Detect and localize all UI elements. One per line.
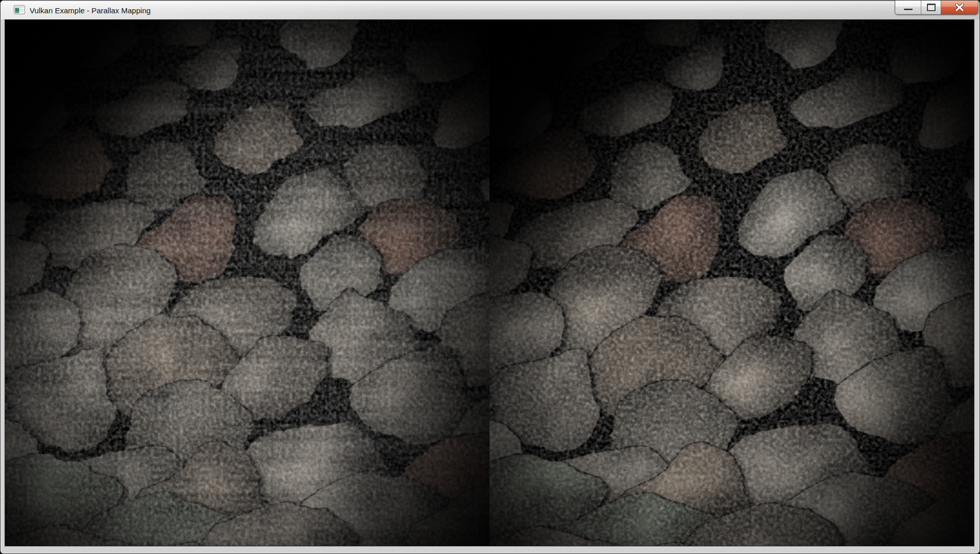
close-icon [954, 4, 965, 11]
minimize-icon [904, 9, 913, 10]
left-viewport[interactable] [5, 20, 489, 546]
window-controls [895, 1, 978, 15]
window-title: Vulkan Example - Parallax Mapping [30, 1, 151, 19]
maximize-button[interactable] [921, 1, 941, 14]
app-window: Vulkan Example - Parallax Mapping [0, 0, 980, 554]
app-icon [14, 5, 25, 14]
maximize-icon [927, 4, 936, 11]
titlebar[interactable]: Vulkan Example - Parallax Mapping [1, 1, 979, 19]
minimize-button[interactable] [895, 1, 921, 14]
render-area [5, 19, 974, 546]
close-button[interactable] [941, 1, 978, 14]
right-viewport[interactable] [489, 20, 974, 546]
